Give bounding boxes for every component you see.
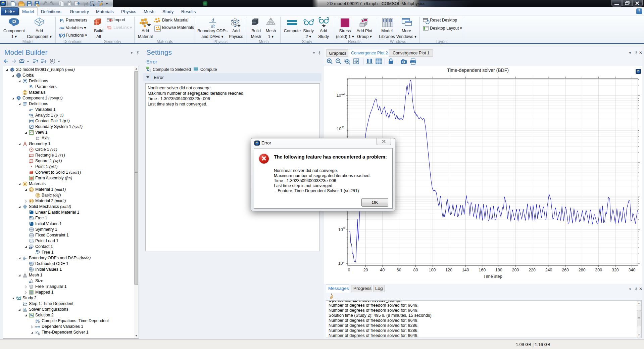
svg-text:D: D <box>30 267 31 269</box>
svg-text:u,v,w: u,v,w <box>35 325 40 328</box>
svg-text:D: D <box>30 216 31 218</box>
svg-text:20: 20 <box>363 268 368 272</box>
svg-text:xy: xy <box>37 136 39 139</box>
svg-text:100: 100 <box>429 268 436 272</box>
svg-text:P: P <box>30 85 32 88</box>
svg-text:dt: dt <box>23 258 25 261</box>
svg-text:DO: DO <box>30 247 32 249</box>
svg-text:Time-dependent solver (BDF): Time-dependent solver (BDF) <box>447 68 509 73</box>
svg-text:∂u: ∂u <box>36 319 38 321</box>
svg-text:Time step: Time step <box>483 274 502 279</box>
svg-text:280: 280 <box>579 268 586 272</box>
svg-text:dt: dt <box>211 23 215 29</box>
svg-text:40: 40 <box>380 268 385 272</box>
svg-text:a=: a= <box>59 25 64 30</box>
svg-text:0: 0 <box>348 268 350 272</box>
svg-text:d: d <box>211 17 214 23</box>
svg-text:200: 200 <box>512 268 519 272</box>
svg-text:D: D <box>30 210 31 212</box>
svg-text:x: x <box>30 131 31 133</box>
svg-text:120: 120 <box>445 268 452 272</box>
svg-text:a=: a= <box>29 108 33 112</box>
svg-text:180: 180 <box>495 268 502 272</box>
svg-text:340: 340 <box>629 268 636 272</box>
svg-text:f(x): f(x) <box>59 33 65 38</box>
svg-text:320: 320 <box>612 268 619 272</box>
svg-text:240: 240 <box>545 268 552 272</box>
svg-text:Ω: Ω <box>17 97 19 100</box>
svg-text:D: D <box>30 262 31 264</box>
svg-text:i: i <box>32 86 33 89</box>
svg-text:160: 160 <box>479 268 486 272</box>
svg-text:300: 300 <box>595 268 602 272</box>
svg-text:220: 220 <box>529 268 536 272</box>
svg-text:y: y <box>32 131 33 133</box>
svg-text:60: 60 <box>397 268 401 272</box>
svg-text:f: f <box>38 319 39 321</box>
svg-text:d: d <box>23 256 25 258</box>
svg-text:Pi: Pi <box>60 18 64 23</box>
svg-text:D: D <box>30 222 31 224</box>
svg-text:80: 80 <box>413 268 418 272</box>
svg-text:∂t: ∂t <box>36 321 37 323</box>
svg-text:140: 140 <box>462 268 469 272</box>
svg-text:Ω: Ω <box>12 19 16 24</box>
svg-text:260: 260 <box>562 268 569 272</box>
